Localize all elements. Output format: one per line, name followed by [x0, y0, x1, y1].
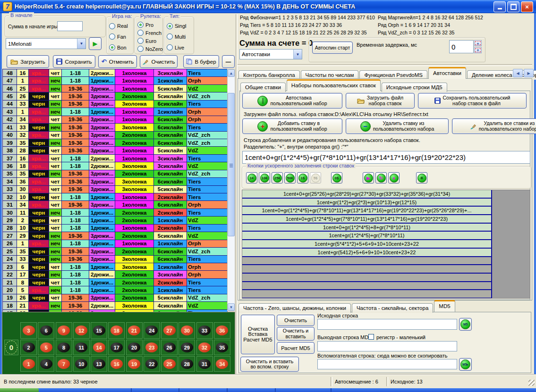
board-cell-7[interactable]: 7 — [56, 356, 72, 372]
radio-option-singl[interactable]: Singl — [167, 23, 193, 29]
bet-string-row[interactable]: 1cent+0+gr(25*26)+gr(28*29)+gr(27*30)+gr… — [242, 190, 491, 199]
scroll-down-icon[interactable]: ▼ — [228, 303, 235, 311]
board-cell-25[interactable]: 25 — [161, 356, 178, 372]
board-cell-17[interactable]: 17 — [108, 340, 125, 355]
scroll-up-icon[interactable]: ▲ — [228, 69, 235, 77]
board-cell-22[interactable]: 22 — [144, 356, 160, 372]
quick-repeat-button[interactable]: ↻ — [375, 172, 387, 183]
subtab-исходные-строки-мд5[interactable]: Исходные строки МД5 — [382, 83, 447, 92]
minimize-button[interactable] — [493, 1, 506, 12]
freqtab-md5[interactable]: MD5 — [434, 300, 455, 312]
board-cell-26[interactable]: 26 — [161, 340, 178, 355]
bet-string-row[interactable]: 1cent+gr(1*2*4*5)+gr(7*8*10*11) — [242, 232, 491, 240]
board-cell-16[interactable]: 16 — [108, 356, 125, 372]
quick-coin-1c-button[interactable]: 1¢ — [246, 172, 257, 183]
md5-source-input[interactable] — [317, 319, 457, 330]
taskbar[interactable] — [0, 388, 536, 392]
quick-coin-1d-button[interactable]: 1$ — [297, 172, 308, 183]
radio-option-real[interactable]: Real — [109, 23, 132, 29]
load-button[interactable]: Загрузить — [7, 55, 49, 68]
board-cell-8[interactable]: 8 — [56, 340, 72, 355]
bet-string-row[interactable]: 1cent+gr(1*2)+gr(2*3)+gr(10*13)+gr(12*15… — [242, 199, 491, 207]
freqtab-частота-сиклайны-сектора[interactable]: Частота - сиклайны, сектора — [352, 303, 433, 313]
radio-option-fan[interactable]: Fan — [109, 33, 132, 40]
autospin-start-button[interactable]: Автоспин старт — [312, 42, 353, 54]
quick-pattern-button[interactable]: ✳ — [416, 172, 427, 183]
bet-string-row[interactable]: 1cent+0+gr(1*2*4*5)+8+gr(7*8*10*11) — [242, 224, 491, 232]
board-cell-11[interactable]: 11 — [73, 340, 90, 355]
board-cell-19[interactable]: 19 — [126, 356, 143, 372]
subtab-общие-ставки[interactable]: Общие ставки — [240, 83, 286, 92]
radio-option-bon[interactable]: Bon — [109, 44, 132, 50]
md5-clear-button[interactable]: Очистить — [277, 315, 315, 326]
board-cell-9[interactable]: 9 — [56, 322, 72, 339]
collapse-button[interactable]: — — [222, 55, 235, 68]
board-cell-33[interactable]: 33 — [196, 322, 213, 339]
bet-string-row[interactable]: 1cent+gr(5*4*1*2)+5+6+9+10+10cent+23+22 — [242, 240, 491, 249]
board-cell-10[interactable]: 10 — [73, 356, 90, 372]
delete-all-bets-button[interactable]: Удалить все ставки из пользовательского … — [452, 118, 536, 134]
board-cell-12[interactable]: 12 — [73, 322, 90, 339]
board-cell-35[interactable]: 35 — [214, 340, 230, 355]
maximize-button[interactable] — [507, 1, 519, 12]
chevron-down-icon[interactable]: ▼ — [293, 50, 302, 59]
board-cell-5[interactable]: 5 — [38, 340, 54, 355]
board-cell-21[interactable]: 21 — [126, 322, 143, 339]
bet-string-input[interactable] — [242, 151, 530, 164]
board-cell-20[interactable]: 20 — [126, 340, 143, 355]
board-cell-2[interactable]: 2 — [20, 340, 37, 355]
md5-stack-button[interactable]: Очистка Вставка Расчет MD5 — [241, 315, 275, 354]
board-cell-29[interactable]: 29 — [179, 340, 195, 355]
md5-clear-paste-helper-button[interactable]: Очистить и вставить во вспом. строку — [240, 357, 299, 372]
load-set-file-button[interactable]: Загрузить файл набора ставок — [346, 93, 415, 108]
md5-output-input[interactable] — [317, 341, 457, 351]
quick-shuffle-button[interactable]: ♦ — [388, 172, 400, 183]
history-scrollbar[interactable]: ▲ ▬▬▬ ▼ — [227, 69, 235, 311]
radio-option-nozero[interactable]: NoZero — [137, 46, 162, 52]
bet-string-row[interactable]: 1cent+0+gr(1*2*4*5)+gr(7*8*10*11)+gr(13*… — [242, 207, 491, 215]
board-cell-31[interactable]: 31 — [196, 356, 213, 372]
clear-button[interactable]: Очистить — [140, 55, 178, 68]
md5-calc-icon-button[interactable]: М5 — [459, 318, 472, 331]
add-bet-button[interactable]: + Добавить ставку в пользовательский наб… — [242, 118, 342, 134]
chevron-down-icon[interactable]: ▼ — [77, 39, 85, 49]
radio-option-live[interactable]: Live — [167, 44, 193, 50]
spin-down-icon[interactable]: ▼ — [474, 47, 482, 53]
run-preset-button[interactable]: ▶ — [89, 37, 102, 50]
board-cell-13[interactable]: 13 — [91, 356, 107, 372]
radio-option-pro[interactable]: Pro — [137, 22, 162, 28]
tab-scroll-left-icon[interactable]: ◀ — [513, 69, 523, 77]
radio-option-euro[interactable]: Euro — [137, 38, 162, 44]
quick-coin-10c-button[interactable]: 10¢ — [259, 172, 270, 183]
delay-input[interactable] — [449, 40, 474, 53]
board-cell-30[interactable]: 30 — [179, 322, 195, 339]
bet-string-row[interactable]: 1cent+gr(5412)+5+6+9+10+10cent+23+22 — [242, 249, 491, 257]
radio-option-multi[interactable]: Multi — [167, 33, 193, 40]
close-button[interactable]: × — [521, 1, 533, 12]
mode-combobox[interactable]: Автоставки ▼ — [239, 49, 302, 59]
board-cell-14[interactable]: 14 — [91, 340, 107, 355]
board-cell-34[interactable]: 34 — [214, 356, 230, 372]
undo-button[interactable]: ↶ Отменить — [98, 55, 137, 68]
quick-coin-0d-button[interactable]: 0$ — [331, 172, 342, 183]
start-button-fragment[interactable] — [0, 388, 39, 392]
quick-coin-25c-button[interactable]: 25¢ — [272, 172, 283, 183]
tab-scroll-right-icon[interactable]: ▶ — [524, 69, 534, 77]
copy-buffer-button[interactable]: В буфер — [183, 55, 219, 68]
save-button[interactable]: Сохранить — [53, 55, 95, 68]
autobet-user-set-button[interactable]: ║ Автоставка пользовательский набор — [242, 93, 342, 108]
start-sum-input[interactable] — [57, 21, 83, 31]
subtab-наборы-пользовательских-ставок[interactable]: Наборы пользовательских ставок — [287, 79, 381, 91]
title-bar[interactable]: 7 HelperRoullet 5.4- create helperroulle… — [0, 0, 536, 13]
delete-bet-button[interactable]: − Удалить ставку из пользовательского на… — [346, 118, 449, 134]
quick-coin-50c-button[interactable]: 50¢ — [284, 172, 296, 183]
freqtab-частота-zero-шансы-дюжины-колонки[interactable]: Частота - Zero, шансы, дюжины, колонки — [238, 303, 351, 313]
radio-option-french[interactable]: French — [137, 30, 162, 36]
board-cell-4[interactable]: 4 — [38, 356, 54, 372]
preset-combobox[interactable]: 1Melonati ▼ — [6, 38, 86, 49]
board-cell-32[interactable]: 32 — [196, 340, 213, 355]
board-cell-1[interactable]: 1 — [20, 356, 37, 372]
board-cell-28[interactable]: 28 — [179, 356, 195, 372]
save-set-file-button[interactable]: Сохранить пользовательский набор ставок … — [418, 93, 527, 108]
board-cell-36[interactable]: 36 — [214, 322, 230, 339]
